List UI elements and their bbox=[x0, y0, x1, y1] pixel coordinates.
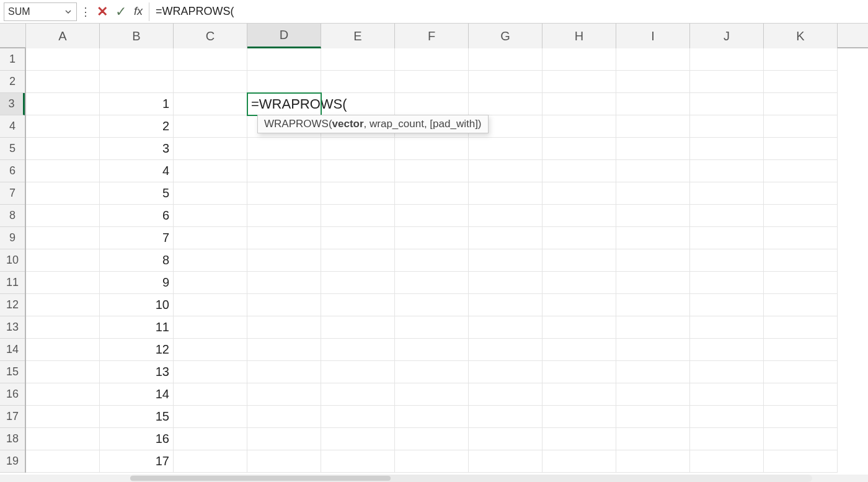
cell-D8[interactable] bbox=[247, 205, 321, 227]
cell-H13[interactable] bbox=[542, 316, 616, 339]
cell-J8[interactable] bbox=[690, 205, 764, 227]
cell-K1[interactable] bbox=[764, 48, 838, 71]
cell-J10[interactable] bbox=[690, 249, 764, 272]
cell-E10[interactable] bbox=[321, 249, 395, 272]
column-header-D[interactable]: D bbox=[247, 24, 321, 48]
cell-J2[interactable] bbox=[690, 71, 764, 93]
cell-K3[interactable] bbox=[764, 93, 838, 115]
cell-E17[interactable] bbox=[321, 406, 395, 428]
cell-D11[interactable] bbox=[247, 272, 321, 294]
cell-K13[interactable] bbox=[764, 316, 838, 339]
cell-H19[interactable] bbox=[542, 450, 616, 473]
cell-E12[interactable] bbox=[321, 294, 395, 316]
cell-E6[interactable] bbox=[321, 160, 395, 182]
cell-F10[interactable] bbox=[395, 249, 469, 272]
function-tooltip[interactable]: WRAPROWS(vector, wrap_count, [pad_with]) bbox=[257, 115, 489, 133]
cell-J12[interactable] bbox=[690, 294, 764, 316]
cell-A18[interactable] bbox=[26, 428, 100, 450]
cell-A4[interactable] bbox=[26, 115, 100, 138]
cell-B10[interactable]: 8 bbox=[100, 249, 174, 272]
cell-K11[interactable] bbox=[764, 272, 838, 294]
row-header-6[interactable]: 6 bbox=[0, 160, 25, 182]
cell-F19[interactable] bbox=[395, 450, 469, 473]
cell-I11[interactable] bbox=[616, 272, 690, 294]
cell-C4[interactable] bbox=[174, 115, 247, 138]
cell-K18[interactable] bbox=[764, 428, 838, 450]
cell-B14[interactable]: 12 bbox=[100, 339, 174, 361]
scroll-track[interactable] bbox=[130, 475, 812, 482]
column-header-I[interactable]: I bbox=[616, 24, 690, 48]
cell-D13[interactable] bbox=[247, 316, 321, 339]
cell-B13[interactable]: 11 bbox=[100, 316, 174, 339]
cell-I2[interactable] bbox=[616, 71, 690, 93]
cell-B17[interactable]: 15 bbox=[100, 406, 174, 428]
cell-H17[interactable] bbox=[542, 406, 616, 428]
cell-C14[interactable] bbox=[174, 339, 247, 361]
cell-A16[interactable] bbox=[26, 383, 100, 406]
cell-B4[interactable]: 2 bbox=[100, 115, 174, 138]
cell-K5[interactable] bbox=[764, 138, 838, 160]
cell-K9[interactable] bbox=[764, 227, 838, 249]
cell-G5[interactable] bbox=[469, 138, 542, 160]
cell-B11[interactable]: 9 bbox=[100, 272, 174, 294]
cell-J15[interactable] bbox=[690, 361, 764, 383]
cell-H8[interactable] bbox=[542, 205, 616, 227]
cell-I19[interactable] bbox=[616, 450, 690, 473]
cell-G16[interactable] bbox=[469, 383, 542, 406]
cell-K8[interactable] bbox=[764, 205, 838, 227]
column-header-C[interactable]: C bbox=[174, 24, 247, 48]
row-header-3[interactable]: 3 bbox=[0, 93, 25, 115]
cell-G9[interactable] bbox=[469, 227, 542, 249]
cell-D16[interactable] bbox=[247, 383, 321, 406]
row-header-14[interactable]: 14 bbox=[0, 339, 25, 361]
cell-A14[interactable] bbox=[26, 339, 100, 361]
cell-B7[interactable]: 5 bbox=[100, 182, 174, 205]
cell-C2[interactable] bbox=[174, 71, 247, 93]
row-header-8[interactable]: 8 bbox=[0, 205, 25, 227]
cell-F17[interactable] bbox=[395, 406, 469, 428]
cell-A17[interactable] bbox=[26, 406, 100, 428]
cell-H2[interactable] bbox=[542, 71, 616, 93]
cell-C7[interactable] bbox=[174, 182, 247, 205]
cell-D2[interactable] bbox=[247, 71, 321, 93]
cell-J14[interactable] bbox=[690, 339, 764, 361]
cell-I18[interactable] bbox=[616, 428, 690, 450]
cell-I10[interactable] bbox=[616, 249, 690, 272]
cell-D9[interactable] bbox=[247, 227, 321, 249]
cell-K19[interactable] bbox=[764, 450, 838, 473]
cell-C3[interactable] bbox=[174, 93, 247, 115]
cell-A5[interactable] bbox=[26, 138, 100, 160]
cell-B12[interactable]: 10 bbox=[100, 294, 174, 316]
formula-input[interactable]: =WRAPROWS( bbox=[149, 2, 868, 21]
cell-I15[interactable] bbox=[616, 361, 690, 383]
cell-G13[interactable] bbox=[469, 316, 542, 339]
cell-F15[interactable] bbox=[395, 361, 469, 383]
cell-H14[interactable] bbox=[542, 339, 616, 361]
cancel-icon[interactable]: ✕ bbox=[97, 4, 108, 20]
cell-E16[interactable] bbox=[321, 383, 395, 406]
cell-A12[interactable] bbox=[26, 294, 100, 316]
row-header-7[interactable]: 7 bbox=[0, 182, 25, 205]
cell-B2[interactable] bbox=[100, 71, 174, 93]
cell-D18[interactable] bbox=[247, 428, 321, 450]
cell-I3[interactable] bbox=[616, 93, 690, 115]
cell-B8[interactable]: 6 bbox=[100, 205, 174, 227]
cell-J9[interactable] bbox=[690, 227, 764, 249]
cell-A10[interactable] bbox=[26, 249, 100, 272]
cell-H10[interactable] bbox=[542, 249, 616, 272]
cell-K15[interactable] bbox=[764, 361, 838, 383]
cell-G15[interactable] bbox=[469, 361, 542, 383]
cell-H6[interactable] bbox=[542, 160, 616, 182]
cell-J13[interactable] bbox=[690, 316, 764, 339]
cells-area[interactable]: 1=WRAPROWS(WRAPROWS(vector, wrap_count, … bbox=[26, 48, 868, 475]
cell-C1[interactable] bbox=[174, 48, 247, 71]
cell-D7[interactable] bbox=[247, 182, 321, 205]
cell-G18[interactable] bbox=[469, 428, 542, 450]
cell-B9[interactable]: 7 bbox=[100, 227, 174, 249]
cell-H3[interactable] bbox=[542, 93, 616, 115]
cell-C13[interactable] bbox=[174, 316, 247, 339]
cell-G17[interactable] bbox=[469, 406, 542, 428]
cell-J16[interactable] bbox=[690, 383, 764, 406]
cell-B18[interactable]: 16 bbox=[100, 428, 174, 450]
row-header-15[interactable]: 15 bbox=[0, 361, 25, 383]
